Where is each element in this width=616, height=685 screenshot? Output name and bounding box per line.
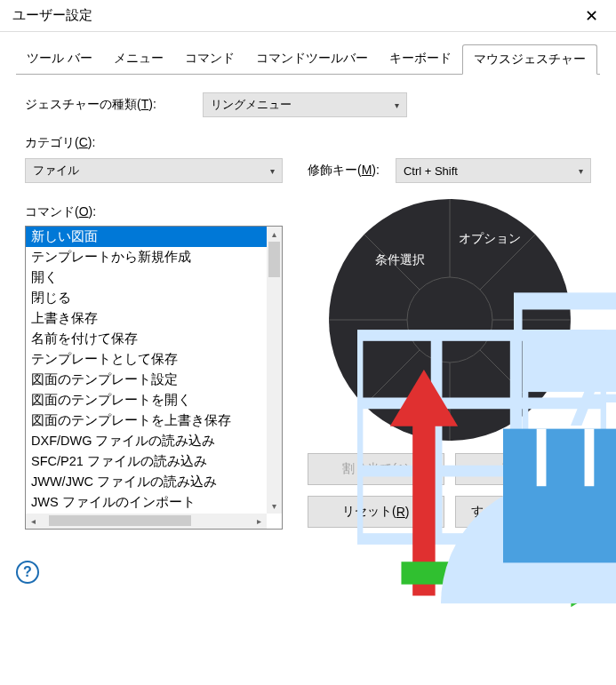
tab-menu[interactable]: メニュー: [103, 44, 174, 74]
modifier-select[interactable]: Ctrl + Shift ▾: [396, 158, 591, 183]
scroll-right-icon[interactable]: ▸: [252, 514, 267, 529]
chevron-down-icon: ▾: [579, 166, 583, 176]
chevron-down-icon: ▾: [270, 166, 275, 176]
category-value: ファイル: [33, 163, 79, 179]
titlebar: ユーザー設定 ✕: [0, 0, 616, 32]
list-item[interactable]: 上書き保存: [26, 308, 267, 329]
modifier-value: Ctrl + Shift: [404, 164, 458, 178]
list-item[interactable]: 名前を付けて保存: [26, 329, 267, 349]
list-item[interactable]: テンプレートから新規作成: [26, 247, 267, 267]
commands-label: コマンド(O):: [25, 204, 96, 219]
tab-keyboard[interactable]: キーボード: [379, 44, 462, 74]
svg-rect-23: [503, 429, 617, 563]
ring-sector-option[interactable]: オプション: [459, 231, 521, 247]
list-item[interactable]: DXF/DWG ファイルの読み込み: [26, 431, 267, 451]
gesture-type-select[interactable]: リングメニュー ▾: [203, 92, 407, 117]
tabs: ツール バー メニュー コマンド コマンドツールバー キーボード マウスジェスチ…: [16, 44, 600, 75]
chevron-down-icon: ▾: [395, 100, 399, 110]
scroll-down-icon[interactable]: ▾: [267, 498, 282, 514]
list-item[interactable]: SFC/P21 ファイルの読み込み: [26, 451, 267, 472]
list-item[interactable]: テンプレートとして保存: [26, 349, 267, 370]
list-item[interactable]: 閉じる: [26, 288, 267, 308]
list-item[interactable]: 新しい図面: [26, 227, 267, 247]
category-label: カテゴリ(C):: [25, 135, 95, 149]
scrollbar-horizontal[interactable]: ◂ ▸: [26, 514, 267, 529]
category-select[interactable]: ファイル ▾: [25, 158, 283, 183]
gesture-type-value: リングメニュー: [211, 97, 292, 113]
tab-command-toolbar[interactable]: コマンドツールバー: [245, 44, 379, 74]
ring-menu[interactable]: オプション 条件選択 A: [325, 195, 574, 444]
ring-sector-condition-select[interactable]: 条件選択: [375, 252, 425, 268]
commands-listbox[interactable]: 新しい図面テンプレートから新規作成開く閉じる上書き保存名前を付けて保存テンプレー…: [25, 226, 283, 530]
tab-mouse-gesture[interactable]: マウスジェスチャー: [462, 44, 597, 75]
scroll-up-icon[interactable]: ▴: [267, 227, 282, 242]
list-item[interactable]: JWW/JWC ファイルの読み込み: [26, 472, 267, 492]
tab-toolbar[interactable]: ツール バー: [16, 44, 103, 74]
tab-command[interactable]: コマンド: [174, 44, 245, 74]
scroll-thumb[interactable]: [49, 515, 191, 526]
ruler-icon[interactable]: [503, 371, 617, 620]
help-icon[interactable]: ?: [16, 561, 39, 584]
list-item[interactable]: 開く: [26, 267, 267, 288]
modifier-label: 修飾キー(M):: [308, 163, 380, 179]
close-icon[interactable]: ✕: [575, 0, 607, 32]
window-title: ユーザー設定: [12, 7, 92, 24]
list-item[interactable]: 図面のテンプレートを上書き保存: [26, 410, 267, 431]
list-item[interactable]: 図面のテンプレートを開く: [26, 390, 267, 410]
gesture-type-label: ジェスチャーの種類(T):: [25, 97, 203, 113]
scrollbar-vertical[interactable]: ▴ ▾: [267, 227, 282, 514]
list-item[interactable]: JWS ファイルのインポート: [26, 492, 267, 513]
scroll-thumb[interactable]: [268, 242, 280, 277]
list-item[interactable]: 図面のテンプレート設定: [26, 370, 267, 390]
scroll-left-icon[interactable]: ◂: [26, 514, 41, 529]
